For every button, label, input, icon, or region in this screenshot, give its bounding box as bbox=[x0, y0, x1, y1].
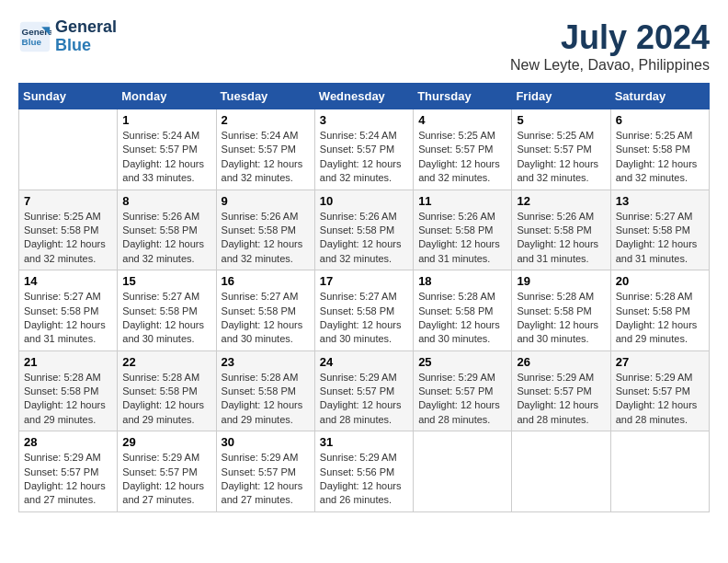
day-number: 4 bbox=[418, 113, 506, 127]
day-cell bbox=[414, 431, 512, 512]
header-cell-thursday: Thursday bbox=[414, 84, 512, 109]
day-info: Sunrise: 5:28 AMSunset: 5:58 PMDaylight:… bbox=[122, 372, 204, 425]
day-info: Sunrise: 5:28 AMSunset: 5:58 PMDaylight:… bbox=[222, 372, 303, 425]
day-info: Sunrise: 5:29 AMSunset: 5:57 PMDaylight:… bbox=[320, 372, 402, 425]
day-info: Sunrise: 5:28 AMSunset: 5:58 PMDaylight:… bbox=[24, 372, 106, 425]
day-cell: 12Sunrise: 5:26 AMSunset: 5:58 PMDayligh… bbox=[512, 190, 610, 270]
header-cell-saturday: Saturday bbox=[610, 84, 709, 109]
day-info: Sunrise: 5:28 AMSunset: 5:58 PMDaylight:… bbox=[517, 291, 598, 344]
day-info: Sunrise: 5:29 AMSunset: 5:56 PMDaylight:… bbox=[320, 452, 402, 505]
day-number: 19 bbox=[517, 274, 605, 288]
day-number: 20 bbox=[616, 274, 704, 288]
day-cell: 20Sunrise: 5:28 AMSunset: 5:58 PMDayligh… bbox=[610, 270, 709, 351]
day-info: Sunrise: 5:27 AMSunset: 5:58 PMDaylight:… bbox=[320, 291, 402, 344]
day-number: 17 bbox=[320, 274, 408, 288]
day-number: 14 bbox=[24, 274, 112, 288]
day-cell: 26Sunrise: 5:29 AMSunset: 5:57 PMDayligh… bbox=[512, 350, 610, 431]
header-row: SundayMondayTuesdayWednesdayThursdayFrid… bbox=[19, 84, 710, 109]
header: General Blue General Blue July 2024 New … bbox=[18, 18, 710, 74]
week-row-3: 14Sunrise: 5:27 AMSunset: 5:58 PMDayligh… bbox=[19, 270, 710, 351]
day-number: 15 bbox=[122, 274, 210, 288]
day-number: 27 bbox=[616, 355, 704, 369]
day-number: 10 bbox=[320, 194, 408, 208]
day-info: Sunrise: 5:29 AMSunset: 5:57 PMDaylight:… bbox=[418, 372, 500, 425]
day-number: 16 bbox=[222, 274, 310, 288]
day-cell: 23Sunrise: 5:28 AMSunset: 5:58 PMDayligh… bbox=[216, 350, 314, 431]
calendar-table: SundayMondayTuesdayWednesdayThursdayFrid… bbox=[18, 83, 710, 512]
day-number: 6 bbox=[616, 113, 704, 127]
location: New Leyte, Davao, Philippines bbox=[510, 57, 710, 74]
day-info: Sunrise: 5:28 AMSunset: 5:58 PMDaylight:… bbox=[418, 291, 500, 344]
day-info: Sunrise: 5:29 AMSunset: 5:57 PMDaylight:… bbox=[222, 452, 303, 505]
day-info: Sunrise: 5:29 AMSunset: 5:57 PMDaylight:… bbox=[616, 372, 698, 425]
day-info: Sunrise: 5:27 AMSunset: 5:58 PMDaylight:… bbox=[122, 291, 204, 344]
day-number: 23 bbox=[222, 355, 310, 369]
day-number: 31 bbox=[320, 435, 408, 449]
day-info: Sunrise: 5:25 AMSunset: 5:57 PMDaylight:… bbox=[517, 130, 598, 183]
day-number: 7 bbox=[24, 194, 112, 208]
day-number: 18 bbox=[418, 274, 506, 288]
day-number: 3 bbox=[320, 113, 408, 127]
day-info: Sunrise: 5:26 AMSunset: 5:58 PMDaylight:… bbox=[418, 211, 500, 264]
day-number: 8 bbox=[122, 194, 210, 208]
day-number: 5 bbox=[517, 113, 605, 127]
day-info: Sunrise: 5:25 AMSunset: 5:58 PMDaylight:… bbox=[616, 130, 698, 183]
day-info: Sunrise: 5:29 AMSunset: 5:57 PMDaylight:… bbox=[122, 452, 204, 505]
header-cell-wednesday: Wednesday bbox=[314, 84, 413, 109]
day-number: 25 bbox=[418, 355, 506, 369]
day-number: 22 bbox=[122, 355, 210, 369]
day-cell: 6Sunrise: 5:25 AMSunset: 5:58 PMDaylight… bbox=[610, 109, 709, 190]
day-info: Sunrise: 5:26 AMSunset: 5:58 PMDaylight:… bbox=[122, 211, 204, 264]
day-cell: 18Sunrise: 5:28 AMSunset: 5:58 PMDayligh… bbox=[414, 270, 512, 351]
day-info: Sunrise: 5:27 AMSunset: 5:58 PMDaylight:… bbox=[24, 291, 106, 344]
day-cell: 29Sunrise: 5:29 AMSunset: 5:57 PMDayligh… bbox=[118, 431, 216, 512]
svg-text:Blue: Blue bbox=[22, 37, 42, 47]
day-cell: 9Sunrise: 5:26 AMSunset: 5:58 PMDaylight… bbox=[216, 190, 314, 270]
day-cell: 17Sunrise: 5:27 AMSunset: 5:58 PMDayligh… bbox=[314, 270, 413, 351]
day-cell: 19Sunrise: 5:28 AMSunset: 5:58 PMDayligh… bbox=[512, 270, 610, 351]
day-cell: 25Sunrise: 5:29 AMSunset: 5:57 PMDayligh… bbox=[414, 350, 512, 431]
day-number: 29 bbox=[122, 435, 210, 449]
day-cell: 13Sunrise: 5:27 AMSunset: 5:58 PMDayligh… bbox=[610, 190, 709, 270]
day-cell: 31Sunrise: 5:29 AMSunset: 5:56 PMDayligh… bbox=[314, 431, 413, 512]
day-number: 26 bbox=[517, 355, 605, 369]
day-info: Sunrise: 5:27 AMSunset: 5:58 PMDaylight:… bbox=[222, 291, 303, 344]
day-number: 11 bbox=[418, 194, 506, 208]
day-number: 2 bbox=[222, 113, 310, 127]
day-cell: 28Sunrise: 5:29 AMSunset: 5:57 PMDayligh… bbox=[19, 431, 118, 512]
header-cell-tuesday: Tuesday bbox=[216, 84, 314, 109]
day-number: 1 bbox=[122, 113, 210, 127]
day-cell: 7Sunrise: 5:25 AMSunset: 5:58 PMDaylight… bbox=[19, 190, 118, 270]
day-cell: 30Sunrise: 5:29 AMSunset: 5:57 PMDayligh… bbox=[216, 431, 314, 512]
day-info: Sunrise: 5:29 AMSunset: 5:57 PMDaylight:… bbox=[517, 372, 598, 425]
day-number: 9 bbox=[222, 194, 310, 208]
day-cell: 11Sunrise: 5:26 AMSunset: 5:58 PMDayligh… bbox=[414, 190, 512, 270]
month-year: July 2024 bbox=[510, 18, 710, 57]
day-cell: 2Sunrise: 5:24 AMSunset: 5:57 PMDaylight… bbox=[216, 109, 314, 190]
day-info: Sunrise: 5:26 AMSunset: 5:58 PMDaylight:… bbox=[517, 211, 598, 264]
day-cell: 3Sunrise: 5:24 AMSunset: 5:57 PMDaylight… bbox=[314, 109, 413, 190]
day-cell bbox=[610, 431, 709, 512]
day-info: Sunrise: 5:26 AMSunset: 5:58 PMDaylight:… bbox=[320, 211, 402, 264]
day-info: Sunrise: 5:25 AMSunset: 5:57 PMDaylight:… bbox=[418, 130, 500, 183]
week-row-1: 1Sunrise: 5:24 AMSunset: 5:57 PMDaylight… bbox=[19, 109, 710, 190]
day-cell bbox=[512, 431, 610, 512]
header-cell-friday: Friday bbox=[512, 84, 610, 109]
logo: General Blue General Blue bbox=[18, 18, 117, 55]
day-cell: 5Sunrise: 5:25 AMSunset: 5:57 PMDaylight… bbox=[512, 109, 610, 190]
day-cell: 4Sunrise: 5:25 AMSunset: 5:57 PMDaylight… bbox=[414, 109, 512, 190]
week-row-5: 28Sunrise: 5:29 AMSunset: 5:57 PMDayligh… bbox=[19, 431, 710, 512]
day-info: Sunrise: 5:27 AMSunset: 5:58 PMDaylight:… bbox=[616, 211, 698, 264]
day-number: 30 bbox=[222, 435, 310, 449]
day-info: Sunrise: 5:24 AMSunset: 5:57 PMDaylight:… bbox=[122, 130, 204, 183]
day-cell: 21Sunrise: 5:28 AMSunset: 5:58 PMDayligh… bbox=[19, 350, 118, 431]
logo-text: General Blue bbox=[55, 18, 117, 55]
day-info: Sunrise: 5:28 AMSunset: 5:58 PMDaylight:… bbox=[616, 291, 698, 344]
week-row-4: 21Sunrise: 5:28 AMSunset: 5:58 PMDayligh… bbox=[19, 350, 710, 431]
logo-icon: General Blue bbox=[18, 20, 51, 53]
day-number: 12 bbox=[517, 194, 605, 208]
day-cell: 27Sunrise: 5:29 AMSunset: 5:57 PMDayligh… bbox=[610, 350, 709, 431]
calendar-body: 1Sunrise: 5:24 AMSunset: 5:57 PMDaylight… bbox=[19, 109, 710, 512]
day-cell: 14Sunrise: 5:27 AMSunset: 5:58 PMDayligh… bbox=[19, 270, 118, 351]
title-block: July 2024 New Leyte, Davao, Philippines bbox=[510, 18, 710, 74]
